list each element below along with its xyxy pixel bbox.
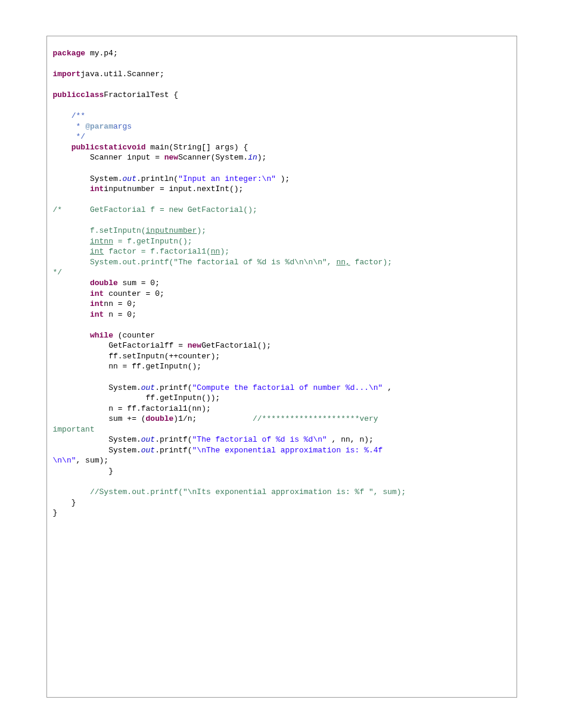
- printf-2c: , nn, n);: [327, 435, 374, 444]
- keyword-public-2: public: [71, 143, 99, 152]
- keyword-while: while: [90, 331, 113, 340]
- javadoc-param-tag: @param: [85, 122, 113, 131]
- keyword-import: import: [53, 70, 81, 79]
- string-compute-factorial: "Compute the factorial of number %d...\n…: [192, 383, 383, 392]
- comment-block-open: /*: [53, 205, 90, 214]
- out-field-3: out: [141, 435, 155, 444]
- printf-1b: .printf(: [155, 383, 192, 392]
- out-field-4: out: [141, 446, 155, 455]
- brace-close-class: }: [53, 508, 58, 517]
- decl-n: n = 0;: [104, 310, 136, 319]
- comment-intnn-c: = f.getInputn();: [113, 237, 192, 246]
- import-statement: java.util.Scanner;: [80, 70, 164, 79]
- javadoc-close: */: [71, 132, 85, 141]
- main-signature: main(String[] args) {: [146, 143, 248, 152]
- comment-printf-c: factor);: [350, 258, 392, 267]
- while-condition: (counter: [113, 331, 155, 340]
- package-name: my.p4;: [85, 49, 118, 58]
- comment-int-b: factor = f.factorial1(: [104, 247, 210, 256]
- printf-1d: ff.getInputn());: [146, 393, 220, 402]
- printf-1c: ,: [382, 383, 392, 392]
- keyword-class: class: [80, 90, 104, 99]
- keyword-static: static: [99, 143, 127, 152]
- class-declaration: FractorialTest {: [104, 90, 178, 99]
- comment-last-printf: //System.out.printf("\nIts exponential a…: [90, 488, 406, 496]
- comment-intnn-b: nn: [104, 237, 113, 246]
- javadoc-star: *: [71, 122, 85, 131]
- javadoc-open: /**: [71, 111, 85, 120]
- printf-3a: System.: [108, 446, 141, 455]
- printf-3c: , sum);: [76, 456, 109, 465]
- keyword-void: void: [127, 143, 145, 152]
- system-in-field: in: [248, 153, 257, 162]
- scanner-decl-end: );: [257, 153, 267, 162]
- java-source-code: package my.p4; importjava.util.Scanner; …: [53, 48, 511, 518]
- decl-counter: counter = 0;: [104, 289, 164, 298]
- code-document-page: package my.p4; importjava.util.Scanner; …: [46, 36, 517, 698]
- comment-getfactorial: GetFactorial f = new GetFactorial();: [90, 205, 257, 214]
- sum-pre: sum += (: [108, 414, 145, 423]
- brace-close-main: }: [71, 498, 76, 507]
- sysout-1b: .println(: [136, 174, 178, 183]
- comment-int-a: int: [90, 247, 104, 256]
- gfff-pre: GetFactorialff =: [108, 341, 188, 350]
- comment-important: important: [53, 425, 95, 434]
- decl-sum: sum = 0;: [118, 279, 160, 288]
- gfff-post: GetFactorial();: [201, 341, 271, 350]
- keyword-double-2: double: [146, 414, 174, 423]
- comment-int-c: nn: [211, 247, 220, 256]
- printf-3b: .printf(: [155, 446, 192, 455]
- keyword-int-3: int: [90, 299, 104, 308]
- comment-setinputn-b: inputnumber: [146, 226, 197, 235]
- keyword-new-1: new: [164, 153, 178, 162]
- comment-block-close: */: [53, 268, 63, 277]
- out-field-1: out: [123, 174, 136, 183]
- string-exp-approx-b: \n\n": [53, 456, 76, 465]
- decl-nn: nn = 0;: [104, 299, 136, 308]
- scanner-decl-post: Scanner(System.: [178, 153, 248, 162]
- printf-2b: .printf(: [155, 435, 192, 444]
- n-factorial: n = ff.factorial1(nn);: [108, 404, 211, 413]
- brace-close-while: }: [108, 467, 113, 476]
- keyword-new-2: new: [188, 341, 201, 350]
- comment-very: //*********************very: [253, 414, 382, 423]
- string-input-integer: "Input an integer:\n": [178, 174, 276, 183]
- string-exp-approx-a: "\nThe exponential approximation is: %.4…: [192, 446, 388, 455]
- keyword-int-2: int: [90, 289, 104, 298]
- sum-post: )1/n;: [173, 414, 197, 423]
- scanner-decl-pre: Scanner input =: [90, 153, 164, 162]
- keyword-double-1: double: [90, 279, 118, 288]
- string-factorial-of: "The factorial of %d is %d\n": [192, 435, 327, 444]
- comment-intnn-a: int: [90, 237, 104, 246]
- nn-getinputn: nn = ff.getInputn();: [108, 362, 201, 371]
- comment-setinputn-c: );: [197, 226, 206, 235]
- javadoc-args: args: [113, 122, 132, 131]
- keyword-public: public: [53, 90, 81, 99]
- comment-int-d: );: [220, 247, 229, 256]
- comment-printf-b: nn,: [336, 258, 350, 267]
- comment-printf-a: System.out.printf("The factorial of %d i…: [90, 258, 336, 267]
- printf-1a: System.: [108, 383, 141, 392]
- inputnumber-decl: inputnumber = input.nextInt();: [104, 185, 243, 193]
- keyword-int-1: int: [90, 185, 104, 193]
- keyword-package: package: [53, 49, 86, 58]
- printf-2a: System.: [108, 435, 141, 444]
- out-field-2: out: [141, 383, 155, 392]
- sysout-1c: );: [276, 174, 290, 183]
- ff-setinputn: ff.setInputn(++counter);: [108, 352, 220, 361]
- comment-setinputn-a: f.setInputn(: [90, 226, 146, 235]
- keyword-int-4: int: [90, 310, 104, 319]
- sysout-1a: System.: [90, 174, 123, 183]
